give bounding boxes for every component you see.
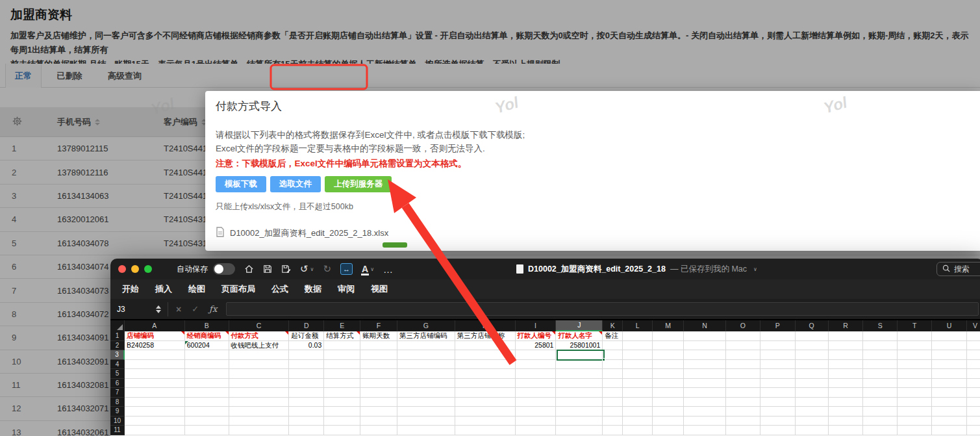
cell-A7[interactable] [125,388,185,398]
cell-D7[interactable] [289,388,324,398]
cell-R1[interactable] [829,331,864,341]
cell-U2[interactable] [932,341,967,351]
cell-V9[interactable] [967,407,980,417]
row-header-8[interactable]: 8 [110,398,125,407]
cell-T2[interactable] [898,341,932,351]
column-header-N[interactable]: N [684,320,726,331]
cell-V10[interactable] [967,417,980,426]
cell-S5[interactable] [863,369,898,379]
cell-H6[interactable] [455,379,516,389]
column-header-K[interactable]: K [603,320,623,331]
cell-T11[interactable] [898,426,932,435]
cell-N7[interactable] [684,388,726,398]
column-header-U[interactable]: U [932,320,967,331]
cell-M11[interactable] [653,426,684,435]
ribbon-tab-8[interactable]: 视图 [371,283,388,295]
ribbon-tab-3[interactable]: 绘图 [188,283,205,295]
cell-K5[interactable] [603,369,623,379]
cell-V5[interactable] [967,369,980,379]
cell-I3[interactable] [516,350,557,360]
cell-P2[interactable] [760,341,796,351]
cell-B1[interactable]: 经销商编码 [185,331,229,341]
cell-J11[interactable] [556,426,603,435]
row-header-11[interactable]: 11 [110,426,125,435]
cell-H7[interactable] [455,388,516,398]
ribbon-tab-5[interactable]: 公式 [271,283,288,295]
cell-N10[interactable] [684,417,726,426]
cell-R5[interactable] [829,369,864,379]
cell-B6[interactable] [185,379,229,389]
column-header-C[interactable]: C [229,320,290,331]
cell-G1[interactable]: 第三方店铺编码 [397,331,455,341]
column-header-G[interactable]: G [397,320,455,331]
cell-A2[interactable]: B240258 [125,341,185,351]
cell-K11[interactable] [603,426,623,435]
cell-I6[interactable] [516,379,557,389]
column-header-O[interactable]: O [726,320,760,331]
cell-U1[interactable] [932,331,967,341]
ribbon-tab-7[interactable]: 审阅 [338,283,355,295]
cell-S4[interactable] [863,360,898,370]
cell-R4[interactable] [829,360,864,370]
cell-O9[interactable] [726,407,760,417]
cell-P10[interactable] [760,417,796,426]
cell-D6[interactable] [289,379,324,389]
cell-J10[interactable] [556,417,603,426]
cell-O11[interactable] [726,426,760,435]
cell-G11[interactable] [397,426,455,435]
cell-F1[interactable]: 账期天数 [360,331,397,341]
cell-A6[interactable] [125,379,185,389]
cell-D10[interactable] [289,417,324,426]
cell-N8[interactable] [684,398,726,407]
cell-S8[interactable] [863,398,898,407]
undo-icon[interactable]: ↺∨ [300,263,314,275]
cell-A8[interactable] [125,398,185,407]
column-header-phone[interactable]: 手机号码 [57,116,164,128]
merge-cells-icon[interactable]: ↔ [340,263,353,275]
cell-G4[interactable] [397,360,455,370]
row-header-6[interactable]: 6 [110,379,125,389]
cell-R9[interactable] [829,407,864,417]
cell-A10[interactable] [125,417,185,426]
cell-N4[interactable] [684,360,726,370]
cell-C2[interactable]: 收钱吧线上支付 [229,341,290,351]
cell-I2[interactable]: 25801 [516,341,557,351]
ribbon-tab-1[interactable]: 开始 [122,283,139,295]
cell-P5[interactable] [760,369,796,379]
cell-Q7[interactable] [796,388,829,398]
cell-O6[interactable] [726,379,760,389]
cell-H3[interactable] [455,350,516,360]
column-header-S[interactable]: S [863,320,898,331]
cell-K10[interactable] [603,417,623,426]
cell-U6[interactable] [932,379,967,389]
cell-I10[interactable] [516,417,557,426]
column-header-R[interactable]: R [829,320,864,331]
cell-G2[interactable] [397,341,455,351]
cell-G8[interactable] [397,398,455,407]
cell-B5[interactable] [185,369,229,379]
redo-icon[interactable]: ↻ [323,263,331,275]
sort-icon[interactable] [95,119,100,125]
cell-V7[interactable] [967,388,980,398]
cell-K7[interactable] [603,388,623,398]
cell-S2[interactable] [863,341,898,351]
cell-K4[interactable] [603,360,623,370]
tab-advanced-query[interactable]: 高级查询 [97,64,152,88]
column-header-L[interactable]: L [623,320,653,331]
cell-M2[interactable] [653,341,684,351]
cell-I11[interactable] [516,426,557,435]
cell-E6[interactable] [324,379,360,389]
cell-M8[interactable] [653,398,684,407]
cell-F4[interactable] [360,360,397,370]
ribbon-tab-4[interactable]: 页面布局 [221,283,255,295]
cell-H9[interactable] [455,407,516,417]
cell-C7[interactable] [229,388,290,398]
cell-E7[interactable] [324,388,360,398]
cell-B2[interactable]: 600204 [185,341,229,351]
cell-Q1[interactable] [796,331,829,341]
cell-L5[interactable] [623,369,653,379]
cell-S9[interactable] [863,407,898,417]
save-icon[interactable] [263,264,272,274]
template-download-button[interactable]: 模板下载 [216,176,266,192]
row-header-9[interactable]: 9 [110,407,125,417]
